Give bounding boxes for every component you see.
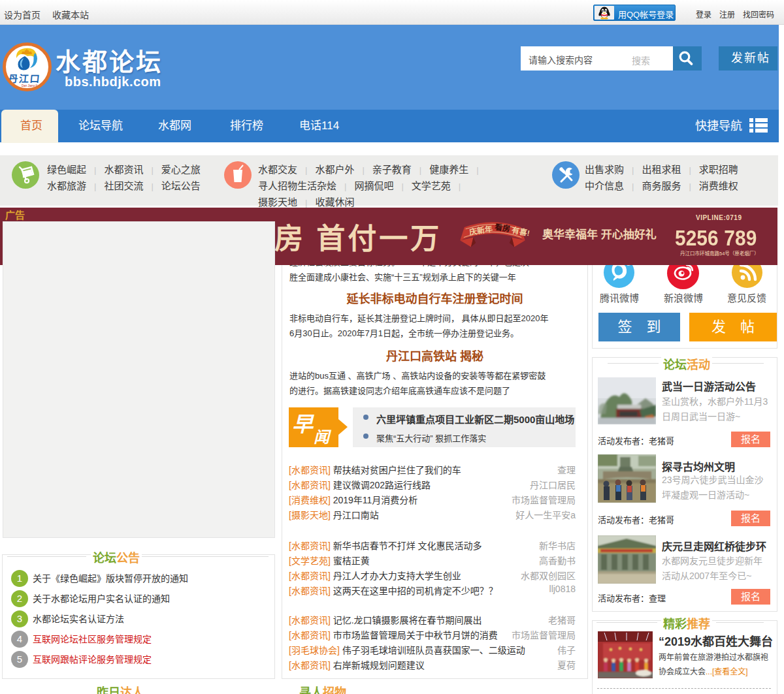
svg-text:丹江口: 丹江口 [8,73,41,84]
svg-text:Dan Jiang Kou: Dan Jiang Kou [22,84,41,87]
